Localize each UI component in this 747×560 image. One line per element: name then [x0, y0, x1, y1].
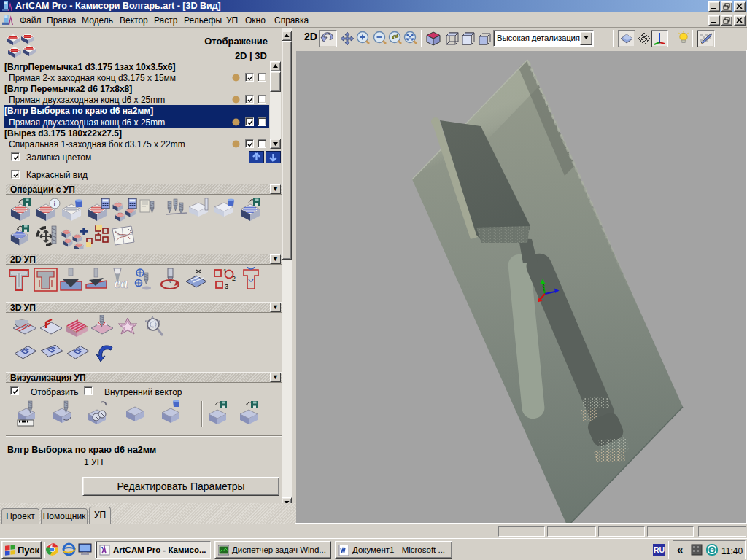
svg-text:ea: ea — [115, 275, 128, 291]
svg-text:i: i — [54, 200, 56, 208]
svg-text:1: 1 — [223, 268, 227, 275]
svg-text:2: 2 — [232, 275, 236, 282]
svg-text:e: e — [710, 546, 713, 553]
svg-text:3: 3 — [225, 283, 228, 290]
